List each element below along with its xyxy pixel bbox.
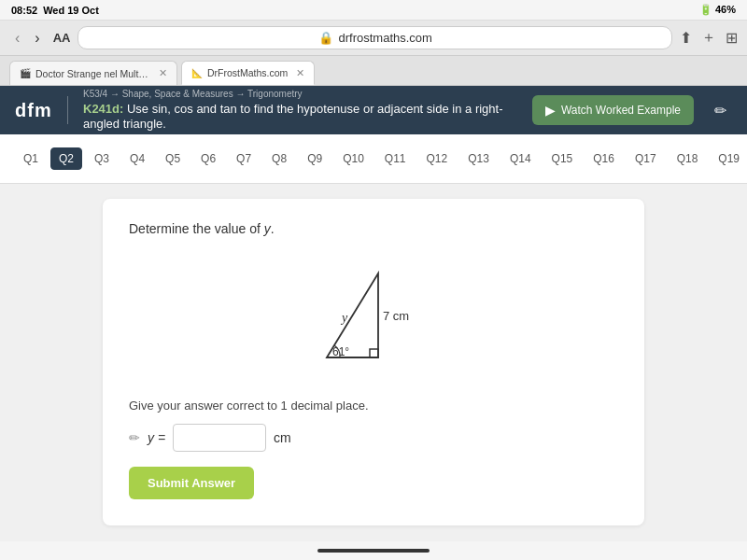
submit-button[interactable]: Submit Answer <box>129 467 254 499</box>
answer-hint: Give your answer correct to 1 decimal pl… <box>129 399 618 413</box>
dfm-title-prefix: K241d: <box>83 102 123 116</box>
browser-toolbar: ‹ › AA 🔒 drfrostmaths.com ⬆ ＋ ⊞ <box>0 21 747 56</box>
answer-section: Give your answer correct to 1 decimal pl… <box>129 399 618 499</box>
question-btn-q8[interactable]: Q8 <box>263 147 295 170</box>
dfm-title-text: Use sin, cos and tan to find the hypoten… <box>83 102 503 131</box>
question-text: Determine the value of y. <box>129 221 618 236</box>
status-time: 08:52 <box>11 5 37 16</box>
question-card: Determine the value of y. y 7 cm 61° <box>103 199 644 525</box>
answer-input[interactable] <box>173 424 266 452</box>
reader-mode-button[interactable]: AA <box>53 31 71 45</box>
question-btn-q3[interactable]: Q3 <box>86 147 118 170</box>
answer-label: y = <box>148 430 165 445</box>
triangle-svg: y 7 cm 61° <box>299 255 448 376</box>
answer-row: ✏ y = cm <box>129 424 618 452</box>
tab-bar: 🎬 Doctor Strange nel Multiverso della Fo… <box>0 56 747 86</box>
tab-streaming[interactable]: 🎬 Doctor Strange nel Multiverso della Fo… <box>9 61 177 85</box>
question-btn-q4[interactable]: Q4 <box>121 147 153 170</box>
answer-unit: cm <box>274 430 291 445</box>
question-btn-q10[interactable]: Q10 <box>334 147 373 170</box>
main-content: Determine the value of y. y 7 cm 61° <box>0 184 747 540</box>
status-day: Wed 19 Oct <box>43 5 99 16</box>
svg-text:y: y <box>340 311 348 325</box>
battery-indicator: 🔋 46% <box>699 4 736 16</box>
dfm-header: dfm K53/4 → Shape, Space & Measures → Tr… <box>0 86 747 134</box>
question-btn-q14[interactable]: Q14 <box>501 147 540 170</box>
question-btn-q13[interactable]: Q13 <box>459 147 498 170</box>
tab-label-streaming: Doctor Strange nel Multiverso della Foll… <box>35 68 150 79</box>
forward-button[interactable]: › <box>29 28 45 49</box>
tab-dfm[interactable]: 📐 DrFrostMaths.com ✕ <box>181 61 315 85</box>
dfm-header-content: K53/4 → Shape, Space & Measures → Trigon… <box>83 89 517 131</box>
pencil-icon: ✏ <box>129 430 140 445</box>
home-indicator <box>317 549 430 553</box>
lock-icon: 🔒 <box>318 31 333 45</box>
bottom-bar <box>0 541 747 560</box>
svg-text:61°: 61° <box>332 345 349 358</box>
question-btn-q9[interactable]: Q9 <box>299 147 331 170</box>
new-tab-button[interactable]: ＋ <box>701 28 716 48</box>
question-btn-q2[interactable]: Q2 <box>50 147 82 170</box>
tab-favicon-dfm: 📐 <box>191 68 203 78</box>
video-icon: ▶ <box>545 103 556 118</box>
nav-buttons: ‹ › <box>9 28 46 49</box>
share-button[interactable]: ⬆ <box>680 29 692 47</box>
tab-close-dfm[interactable]: ✕ <box>296 67 304 79</box>
tabs-button[interactable]: ⊞ <box>726 29 738 47</box>
tab-close-streaming[interactable]: ✕ <box>159 67 167 79</box>
svg-rect-1 <box>370 349 378 357</box>
dfm-title: K241d: Use sin, cos and tan to find the … <box>83 102 517 131</box>
tab-label-dfm: DrFrostMaths.com <box>207 67 288 78</box>
question-prompt-end: . <box>271 221 275 236</box>
breadcrumb: K53/4 → Shape, Space & Measures → Trigon… <box>83 89 517 99</box>
question-btn-q6[interactable]: Q6 <box>192 147 224 170</box>
dfm-logo: dfm <box>15 100 52 121</box>
svg-text:7 cm: 7 cm <box>383 309 409 323</box>
question-btn-q19[interactable]: Q19 <box>710 147 747 170</box>
question-btn-q11[interactable]: Q11 <box>376 147 415 170</box>
back-button[interactable]: ‹ <box>9 28 25 49</box>
address-bar[interactable]: 🔒 drfrostmaths.com <box>78 26 672 49</box>
questions-nav: Q1Q2Q3Q4Q5Q6Q7Q8Q9Q10Q11Q12Q13Q14Q15Q16Q… <box>0 134 747 184</box>
tab-favicon-streaming: 🎬 <box>20 68 31 78</box>
question-btn-q18[interactable]: Q18 <box>669 147 707 170</box>
edit-button[interactable]: ✏ <box>709 96 732 125</box>
question-btn-q17[interactable]: Q17 <box>627 147 665 170</box>
status-bar: 08:52 Wed 19 Oct 🔋 46% <box>0 0 747 21</box>
question-prompt: Determine the value of <box>129 221 264 236</box>
question-btn-q15[interactable]: Q15 <box>543 147 582 170</box>
question-btn-q12[interactable]: Q12 <box>418 147 457 170</box>
url-text: drfrostmaths.com <box>339 31 432 45</box>
triangle-diagram: y 7 cm 61° <box>129 255 618 376</box>
watch-worked-example-button[interactable]: ▶ Watch Worked Example <box>532 95 694 125</box>
question-buttons: Q1Q2Q3Q4Q5Q6Q7Q8Q9Q10Q11Q12Q13Q14Q15Q16Q… <box>15 147 747 170</box>
question-btn-q16[interactable]: Q16 <box>585 147 623 170</box>
watch-btn-label: Watch Worked Example <box>561 104 681 117</box>
dfm-header-divider <box>67 96 68 124</box>
question-btn-q7[interactable]: Q7 <box>228 147 260 170</box>
question-btn-q5[interactable]: Q5 <box>157 147 189 170</box>
question-btn-q1[interactable]: Q1 <box>15 147 47 170</box>
question-var: y <box>264 221 271 236</box>
